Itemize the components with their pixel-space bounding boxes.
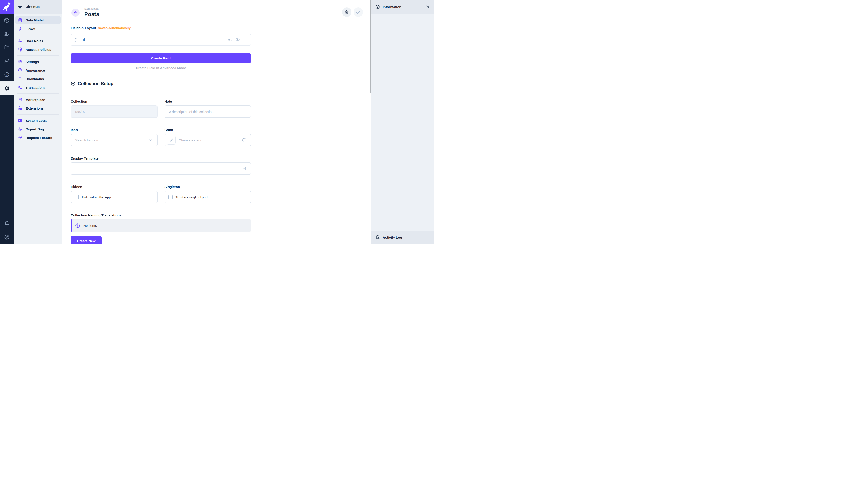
color-field: Color (164, 128, 251, 147)
main-scrollbar[interactable] (370, 0, 371, 93)
info-sidebar-title: Information (383, 5, 401, 9)
chevron-down-icon[interactable] (149, 138, 153, 142)
module-notifications[interactable] (0, 217, 13, 230)
hidden-label: Hidden (71, 185, 158, 189)
info-circle-icon (375, 4, 380, 9)
directus-logo[interactable] (0, 0, 13, 13)
display-template-input-wrap[interactable] (71, 162, 251, 175)
main-content: Data Model Posts Fields & LayoutSaves Au… (62, 0, 371, 244)
shapes-icon (18, 106, 22, 110)
activity-log-button[interactable]: Activity Log (371, 231, 434, 244)
nav-divider (17, 35, 59, 35)
bell-icon (4, 220, 10, 226)
help-icon: ? (4, 72, 10, 77)
module-account[interactable] (0, 230, 13, 244)
create-field-button[interactable]: Create Field (71, 53, 251, 63)
module-bar: ? (0, 0, 13, 244)
icon-select[interactable] (71, 134, 158, 147)
fields-layout-text: Fields & Layout (71, 26, 96, 30)
key-icon[interactable] (228, 37, 232, 42)
color-select[interactable] (164, 134, 251, 147)
eye-off-icon[interactable] (235, 37, 240, 42)
nav-item-label: Settings (26, 60, 39, 64)
save-button[interactable] (353, 7, 363, 17)
nav-item-flows[interactable]: Flows (16, 24, 61, 33)
collection-setup-title: Collection Setup (78, 81, 114, 86)
nav-item-appearance[interactable]: Appearance (16, 66, 61, 74)
arrow-left-icon (73, 10, 78, 15)
module-content[interactable] (0, 13, 13, 27)
nav-item-data-model[interactable]: Data Model (16, 16, 61, 24)
nav-sidebar: Directus Data Model Flows User Roles (13, 0, 62, 244)
project-fan-icon (18, 4, 23, 9)
module-file-library[interactable] (0, 41, 13, 54)
nav-item-label: Extensions (26, 106, 43, 110)
module-help[interactable]: ? (0, 68, 13, 81)
nav-item-label: Translations (26, 86, 45, 90)
nav-item-label: Request Feature (26, 136, 52, 140)
display-template-input[interactable] (75, 167, 242, 170)
display-template-label: Display Template (71, 156, 251, 160)
translate-icon (18, 85, 22, 90)
info-sidebar-header: Information (371, 0, 434, 13)
delete-collection-button[interactable] (342, 7, 351, 17)
collection-field: Collection (71, 99, 158, 118)
nav-item-marketplace[interactable]: Marketplace (16, 95, 61, 104)
singleton-checkbox-row[interactable]: Treat as single object (164, 191, 251, 203)
nav-item-label: Flows (26, 27, 35, 31)
box-icon (4, 18, 10, 23)
module-bar-spacer (0, 95, 13, 217)
collection-setup-heading: Collection Setup (71, 81, 251, 86)
field-row-id[interactable]: id (71, 34, 251, 46)
title-block: Data Model Posts (84, 7, 99, 18)
nav-item-translations[interactable]: Translations (16, 83, 61, 92)
check-icon (355, 9, 361, 15)
singleton-checkbox-label: Treat as single object (176, 195, 208, 199)
gear-icon (4, 85, 10, 91)
add-box-icon[interactable] (242, 166, 247, 171)
hidden-checkbox[interactable] (74, 195, 79, 199)
bolt-icon (18, 26, 22, 31)
color-swatch-button[interactable] (166, 135, 176, 144)
create-new-button[interactable]: Create New (71, 236, 102, 244)
drag-handle-icon[interactable] (74, 37, 78, 42)
nav-item-user-roles[interactable]: User Roles (16, 37, 61, 45)
insights-icon (4, 58, 10, 64)
nav-item-access-policies[interactable]: Access Policies (16, 45, 61, 54)
back-button[interactable] (71, 8, 80, 17)
note-input[interactable] (169, 110, 247, 113)
nav-divider (17, 93, 59, 94)
nav-item-system-logs[interactable]: System Logs (16, 116, 61, 125)
database-icon (18, 18, 22, 22)
nav-item-extensions[interactable]: Extensions (16, 104, 61, 112)
hidden-field: Hidden Hide within the App (71, 185, 158, 203)
color-input[interactable] (179, 138, 242, 142)
nav-divider (17, 55, 59, 56)
icon-field: Icon (71, 128, 158, 147)
module-settings[interactable] (0, 81, 13, 95)
box-icon (71, 81, 75, 86)
module-insights[interactable] (0, 54, 13, 68)
kebab-menu-icon[interactable] (243, 37, 247, 42)
terminal-icon (18, 118, 22, 123)
autosave-note: Saves Automatically (98, 26, 131, 30)
tune-icon (18, 59, 22, 64)
singleton-checkbox[interactable] (168, 195, 173, 199)
palette-icon[interactable] (242, 138, 247, 142)
advanced-mode-link[interactable]: Create Field in Advanced Mode (71, 66, 251, 70)
no-items-text: No items (84, 224, 97, 228)
hidden-checkbox-row[interactable]: Hide within the App (71, 191, 158, 203)
icon-search-input[interactable] (75, 138, 149, 142)
info-icon (75, 223, 80, 228)
collection-setup-form: Collection Note Icon (71, 90, 251, 244)
nav-item-settings[interactable]: Settings (16, 57, 61, 66)
singleton-field: Singleton Treat as single object (164, 185, 251, 203)
nav-item-label: Report Bug (26, 127, 44, 131)
nav-item-report-bug[interactable]: Report Bug (16, 125, 61, 133)
close-icon[interactable] (426, 5, 430, 9)
nav-item-request-feature[interactable]: Request Feature (16, 133, 61, 142)
project-header[interactable]: Directus (13, 0, 62, 13)
content-column: Fields & LayoutSaves Automatically id Cr… (71, 26, 251, 244)
module-user-directory[interactable] (0, 27, 13, 41)
nav-item-bookmarks[interactable]: Bookmarks (16, 74, 61, 83)
